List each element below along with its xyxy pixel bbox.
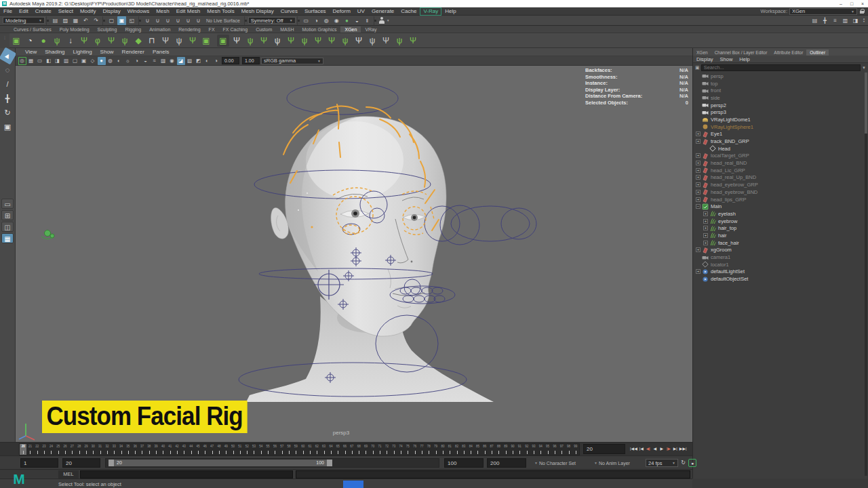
menu-mesh-tools[interactable]: Mesh Tools <box>203 7 237 16</box>
tab-channel-box-layer-editor[interactable]: Channel Box / Layer Editor <box>711 49 771 56</box>
shelf-tab-rigging[interactable]: Rigging <box>121 26 145 33</box>
lasso-tool-icon[interactable]: ◌ <box>1 64 14 77</box>
outliner-item-vraylightdome1[interactable]: VRayLightDome1 <box>693 116 868 123</box>
snap-curve-icon[interactable]: ∪ <box>153 16 162 25</box>
divider[interactable] <box>138 16 141 25</box>
search-filter-icon[interactable]: ▣ <box>695 65 700 70</box>
tool-settings-toggle-icon[interactable]: ≡ <box>831 16 840 25</box>
modeling-toolkit-toggle-icon[interactable]: ▤ <box>810 16 819 25</box>
command-input[interactable] <box>80 470 293 479</box>
gamma-icon[interactable]: ◑ <box>212 57 220 65</box>
tab-outliner[interactable]: Outliner <box>806 49 829 56</box>
shelf-tab-xgen[interactable]: XGen <box>340 26 361 33</box>
menu-uv[interactable]: UV <box>354 7 368 16</box>
xgen-tool-icon-17[interactable]: Ψ <box>231 35 243 47</box>
workspace-selector[interactable]: XGen▼ <box>789 8 857 15</box>
lighting-toggle-icon[interactable]: ☼ <box>124 57 132 65</box>
divider[interactable] <box>297 16 300 25</box>
undo-icon[interactable]: ↶ <box>81 16 90 25</box>
range-slider-track[interactable]: 20 100 <box>105 458 439 468</box>
expand-icon[interactable]: + <box>696 161 701 165</box>
xgen-tool-icon-15[interactable]: ▣ <box>200 35 212 47</box>
xgen-tool-icon-21[interactable]: Ψ <box>285 35 297 47</box>
shelf-tab-sculpting[interactable]: Sculpting <box>94 26 121 33</box>
sidebar-spinner[interactable]: ▲▼ <box>863 18 865 23</box>
outliner-menu-show[interactable]: Show <box>717 56 736 62</box>
scale-tool-icon[interactable]: ▣ <box>1 121 14 134</box>
outliner-item-head_eyebrow_grp[interactable]: +head_eyebrow_GRP <box>693 181 868 188</box>
film-gate-icon[interactable]: ▭ <box>36 57 44 65</box>
xgen-tool-icon-8[interactable]: Ψ <box>105 35 117 47</box>
menu-v-ray[interactable]: V-Ray <box>420 7 441 16</box>
menu-mesh-display[interactable]: Mesh Display <box>238 7 277 16</box>
outliner-item-head[interactable]: Head <box>693 145 868 152</box>
snap-view-plane-icon[interactable]: ∪ <box>184 16 193 25</box>
xray-display-icon[interactable]: ▧ <box>186 57 194 65</box>
expand-icon[interactable]: + <box>696 197 701 202</box>
outliner-item-persp3[interactable]: persp3 <box>693 108 868 116</box>
fps-selector[interactable]: 24 fps▼ <box>646 459 678 467</box>
user-account-dropdown[interactable]: ▼ <box>378 17 390 24</box>
snap-point-icon[interactable]: ∪ <box>163 16 172 25</box>
menu-modify[interactable]: Modify <box>77 7 100 16</box>
render-current-frame-icon[interactable]: ▭ <box>302 16 311 25</box>
wireframe-display-icon[interactable]: ◇ <box>89 57 97 65</box>
menu-edit[interactable]: Edit <box>16 7 32 16</box>
expand-icon[interactable]: + <box>696 153 701 158</box>
character-set-selector[interactable]: ▼No Character Set <box>534 459 576 467</box>
divider[interactable] <box>244 16 247 25</box>
tab-xgen[interactable]: XGen <box>693 49 711 56</box>
xgen-time-icon[interactable]: ◔ <box>24 35 36 47</box>
viewport-menu-renderer[interactable]: Renderer <box>118 49 149 55</box>
collapse-icon[interactable]: − <box>696 204 701 209</box>
go-to-end-button[interactable]: ▶▶| <box>679 444 688 454</box>
new-scene-icon[interactable]: ▤ <box>51 16 60 25</box>
motion-blur-icon[interactable]: ≈ <box>151 57 159 65</box>
shelf-tab-curves-surfaces[interactable]: Curves / Surfaces <box>9 26 56 33</box>
play-forwards-button[interactable]: ▶ <box>658 444 665 454</box>
xgen-tool-icon-25[interactable]: ψ <box>339 35 351 47</box>
play-backwards-button[interactable]: ◀ <box>652 444 658 454</box>
shelf-tab-mash[interactable]: MASH <box>276 26 298 33</box>
shelf-tab-fx-caching[interactable]: FX Caching <box>219 26 252 33</box>
xgen-tool-icon-29[interactable]: ψ <box>393 35 406 47</box>
expand-icon[interactable]: + <box>696 139 701 144</box>
anim-layer-selector[interactable]: ▼No Anim Layer <box>594 459 630 467</box>
expand-icon[interactable]: + <box>696 247 701 252</box>
xgen-tool-icon-12[interactable]: Ψ <box>159 35 172 47</box>
shelf-tab-rendering[interactable]: Rendering <box>174 26 204 33</box>
xgen-tool-icon-9[interactable]: ψ <box>119 35 131 47</box>
render-view-icon[interactable]: ● <box>342 16 351 25</box>
snap-grid-icon[interactable]: ∪ <box>143 16 152 25</box>
xgen-export-icon[interactable]: ↓ <box>64 35 77 47</box>
pause-viewport-icon[interactable]: ‖ <box>363 16 372 25</box>
redo-icon[interactable]: ↷ <box>92 16 100 25</box>
select-hierarchy-icon[interactable]: ▢ <box>107 16 116 25</box>
symmetry-selector[interactable]: Symmetry: Off▼ <box>248 17 296 24</box>
xgen-tool-icon-11[interactable]: ⊓ <box>146 35 158 47</box>
field-chart-icon[interactable]: ▥ <box>62 57 71 65</box>
animation-start-field[interactable]: 1 <box>20 458 58 468</box>
grid-toggle-icon[interactable]: ▦ <box>27 57 35 65</box>
safe-action-icon[interactable]: ▢ <box>71 57 79 65</box>
outliner-menu-display[interactable]: Display <box>693 56 717 62</box>
range-start-grip[interactable] <box>108 460 114 466</box>
green-wireframe-object[interactable] <box>41 230 54 239</box>
layout-single-pane-button[interactable]: ▭ <box>1 199 14 209</box>
menu-deform[interactable]: Deform <box>330 7 354 16</box>
outliner-item-persp[interactable]: persp <box>693 73 868 80</box>
hud-toggle-icon[interactable]: ╋ <box>821 16 829 25</box>
animation-end-field[interactable]: 200 <box>487 458 526 468</box>
outliner-item-side[interactable]: side <box>693 94 868 102</box>
select-tool-icon[interactable]: ▲ <box>0 47 16 65</box>
gate-mask-icon[interactable]: ◨ <box>54 57 62 65</box>
shelf-tab-animation[interactable]: Animation <box>145 26 174 33</box>
shelf-tab-fx[interactable]: FX <box>205 26 219 33</box>
xgen-tool-icon-24[interactable]: Ψ <box>326 35 338 47</box>
outliner-item-top[interactable]: top <box>693 80 868 87</box>
outliner-item-head_real_up_bnd[interactable]: +head_real_Up_BND <box>693 174 868 182</box>
step-back-frame-button[interactable]: |◀ <box>638 444 645 454</box>
menu-create[interactable]: Create <box>32 7 55 16</box>
outliner-scrollbar[interactable] <box>865 73 867 476</box>
select-component-icon[interactable]: ◱ <box>127 16 136 25</box>
